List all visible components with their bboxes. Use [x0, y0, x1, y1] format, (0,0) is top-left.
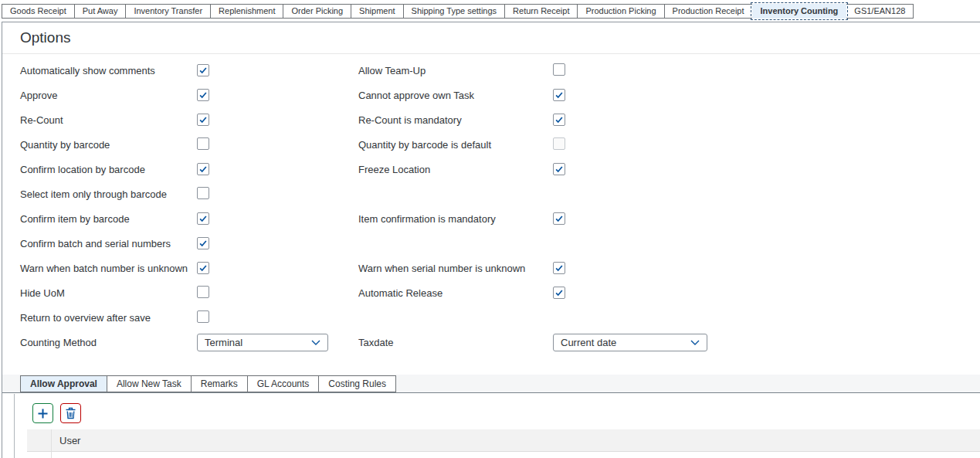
option-label: Confirm item by barcode	[2, 213, 197, 225]
option-row: Confirm item by barcodeItem confirmation…	[2, 206, 980, 231]
checkbox-cannot-approve-own-task[interactable]	[553, 89, 565, 101]
checkbox-quantity-by-barcode[interactable]	[197, 137, 209, 150]
checkbox-automatic-release[interactable]	[553, 287, 565, 299]
user-table-header: User	[27, 429, 980, 452]
checkbox-warn-when-batch-number-is-unknown[interactable]	[197, 262, 209, 274]
tab-order-picking[interactable]: Order Picking	[283, 4, 351, 19]
option-label: Item confirmation is mandatory	[358, 213, 553, 225]
option-label: Return to overview after save	[2, 312, 197, 324]
options-heading: Options	[20, 29, 980, 46]
plus-icon	[37, 408, 49, 419]
option-control-cell	[197, 286, 358, 300]
option-label: Counting Method	[2, 337, 197, 348]
approval-section: User	[14, 394, 980, 458]
option-row: Confirm location by barcodeFreeze Locati…	[2, 157, 980, 182]
option-control-cell	[197, 310, 358, 325]
option-label: Automatic Release	[358, 287, 553, 299]
checkbox-item-confirmation-is-mandatory[interactable]	[553, 212, 565, 225]
bottom-tab-strip: Allow ApprovalAllow New TaskRemarksGL Ac…	[2, 375, 980, 393]
option-label: Freeze Location	[358, 164, 553, 175]
select-value: Terminal	[205, 337, 242, 348]
option-control-cell	[197, 163, 358, 176]
option-label: Select item only through barcode	[2, 188, 197, 200]
trash-icon	[65, 407, 76, 419]
tab-inventory-counting[interactable]: Inventory Counting	[752, 4, 847, 19]
option-control-cell	[553, 163, 980, 176]
option-row: Warn when batch number is unknownWarn wh…	[2, 256, 980, 280]
option-label: Warn when batch number is unknown	[2, 263, 197, 274]
tab-shipping-type-settings[interactable]: Shipping Type settings	[403, 4, 505, 19]
option-control-cell	[197, 89, 358, 102]
option-control-cell	[197, 137, 358, 152]
checkbox-hide-uom[interactable]	[197, 286, 209, 298]
tab-shipment[interactable]: Shipment	[351, 4, 403, 19]
row-selector-cell[interactable]	[27, 452, 52, 458]
option-label: Cannot approve own Task	[358, 90, 553, 101]
checkbox-allow-team-up[interactable]	[553, 63, 565, 76]
option-control-cell	[553, 114, 980, 127]
table-row[interactable]	[27, 452, 980, 458]
option-row: ApproveCannot approve own Task	[2, 83, 980, 107]
subtab-remarks[interactable]: Remarks	[191, 375, 248, 392]
option-label: Hide UoM	[2, 287, 197, 299]
subtab-gl-accounts[interactable]: GL Accounts	[247, 375, 320, 392]
option-control-cell	[197, 212, 358, 226]
checkbox-automatically-show-comments[interactable]	[197, 64, 209, 76]
option-control-cell	[197, 114, 358, 127]
option-label: Warn when serial number is unknown	[358, 263, 553, 274]
option-row: Quantity by barcodeQuantity by barcode i…	[2, 132, 980, 157]
option-control-cell	[197, 237, 358, 250]
option-label: Re-Count is mandatory	[358, 114, 553, 126]
option-label: Quantity by barcode is default	[358, 139, 553, 151]
checkbox-re-count-is-mandatory[interactable]	[553, 114, 565, 126]
subtab-allow-new-task[interactable]: Allow New Task	[107, 375, 192, 392]
option-row: Automatically show commentsAllow Team-Up	[2, 58, 980, 83]
option-control-cell	[553, 137, 980, 152]
add-row-button[interactable]	[32, 403, 53, 423]
select-taxdate[interactable]: Current date	[553, 334, 707, 351]
option-control-cell	[553, 262, 980, 275]
option-control-cell: Terminal	[197, 334, 358, 351]
subtab-allow-approval[interactable]: Allow Approval	[20, 375, 107, 392]
chevron-down-icon	[690, 340, 700, 345]
table-toolbar	[32, 403, 81, 423]
option-row: Select item only through barcode	[2, 182, 980, 206]
options-grid: Automatically show commentsAllow Team-Up…	[2, 58, 980, 355]
option-label: Quantity by barcode	[2, 139, 197, 151]
checkbox-return-to-overview-after-save[interactable]	[197, 310, 209, 323]
tab-goods-receipt[interactable]: Goods Receipt	[2, 4, 75, 19]
tab-replenishment[interactable]: Replenishment	[210, 4, 283, 19]
checkbox-confirm-batch-and-serial-numbers[interactable]	[197, 237, 209, 249]
checkbox-select-item-only-through-barcode[interactable]	[197, 187, 209, 199]
tab-gs1-ean128[interactable]: GS1/EAN128	[846, 4, 914, 19]
checkbox-freeze-location[interactable]	[553, 163, 565, 175]
tab-production-receipt[interactable]: Production Receipt	[664, 4, 753, 19]
select-value: Current date	[561, 337, 616, 348]
checkbox-quantity-by-barcode-is-default	[553, 137, 565, 150]
option-row: Return to overview after save	[2, 305, 980, 330]
tab-production-picking[interactable]: Production Picking	[577, 4, 664, 19]
tab-put-away[interactable]: Put Away	[74, 4, 127, 19]
option-label: Allow Team-Up	[358, 65, 553, 76]
inventory-counting-panel: Options Automatically show commentsAllow…	[2, 22, 980, 458]
tab-return-receipt[interactable]: Return Receipt	[504, 4, 578, 19]
subtab-costing-rules[interactable]: Costing Rules	[318, 375, 396, 392]
top-tab-bar: Goods ReceiptPut AwayInventory TransferR…	[2, 4, 913, 19]
option-control-cell	[197, 64, 358, 77]
option-label: Re-Count	[2, 114, 197, 126]
tab-inventory-transfer[interactable]: Inventory Transfer	[125, 4, 211, 19]
checkbox-approve[interactable]	[197, 89, 209, 101]
checkbox-confirm-location-by-barcode[interactable]	[197, 163, 209, 175]
user-cell[interactable]	[52, 452, 980, 458]
checkbox-warn-when-serial-number-is-unknown[interactable]	[553, 262, 565, 274]
option-control-cell	[197, 187, 358, 202]
checkbox-re-count[interactable]	[197, 114, 209, 126]
option-row: Confirm batch and serial numbers	[2, 231, 980, 256]
option-label: Approve	[2, 90, 197, 101]
option-row: Counting MethodTerminalTaxdateCurrent da…	[2, 330, 980, 355]
delete-row-button[interactable]	[60, 403, 81, 423]
options-heading-wrap: Options	[2, 22, 980, 54]
checkbox-confirm-item-by-barcode[interactable]	[197, 212, 209, 225]
option-control-cell	[553, 89, 980, 102]
select-counting-method[interactable]: Terminal	[197, 334, 328, 351]
